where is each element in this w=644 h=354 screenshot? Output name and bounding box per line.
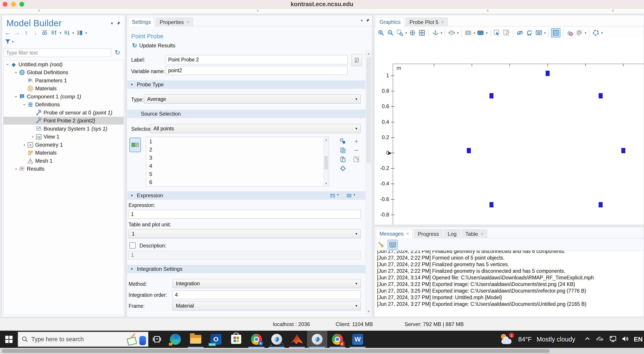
update-results-button[interactable]: ↻ Update Results [132,42,176,49]
taskbar-app-chrome-a[interactable]: A [246,331,266,348]
onedrive-paused-icon[interactable] [596,336,604,343]
data-point-marker[interactable] [490,93,494,98]
chevron-down-icon[interactable]: ▾ [457,31,459,34]
hide-objects-icon[interactable] [516,29,524,37]
scrollbar-thumb[interactable] [2,349,550,353]
frame-dropdown[interactable]: Material▼ [172,301,361,310]
move-down-icon[interactable]: ↓ [32,29,39,36]
messages-log-area[interactable]: [Jun 27, 2024, 2:21 PM] Finalized geomet… [375,250,643,316]
chevron-down-icon[interactable]: ▾ [361,18,362,23]
zoom-box-icon[interactable] [396,29,404,37]
integration-settings-section-header[interactable]: ▼ Integration Settings [127,265,365,273]
chevron-down-icon[interactable]: ▾ [585,31,586,34]
tab-progress[interactable]: Progress [414,230,442,238]
taskbar-app-file-explorer[interactable] [186,331,206,348]
tree-item-parameters-1[interactable]: PiParameters 1 [4,76,124,84]
close-tab-icon[interactable]: × [481,231,484,237]
color-theme-icon[interactable] [575,29,583,37]
pin-icon[interactable] [116,21,121,26]
grid-icon[interactable] [552,29,560,37]
listbox-scrollbar[interactable]: ▲ ▼ [324,137,328,186]
filter-icon[interactable] [4,38,11,45]
taskbar-app-matlab[interactable] [287,331,307,348]
close-tab-icon[interactable]: × [441,19,444,25]
selection-list-item[interactable]: 1 [146,137,324,146]
scroll-down-icon[interactable]: ▼ [324,182,328,185]
tab-log[interactable]: Log [444,230,460,238]
table-plot-unit-dropdown[interactable]: 1▼ [128,229,361,238]
tree-item-global-definitions[interactable]: ›Global Definitions [4,68,124,76]
zoom-in-icon[interactable] [377,29,385,37]
deselect-box-icon[interactable] [502,29,510,37]
description-checkbox[interactable] [130,242,136,248]
tree-item-boundary-system-1[interactable]: Boundary System 1(sys 1) [4,125,124,133]
settings-scrollbar[interactable]: ▲ ▼ [366,50,372,314]
collapse-all-icon[interactable] [64,29,70,36]
data-point-marker[interactable] [490,202,494,208]
paste-selection-icon[interactable] [339,146,347,154]
tree-item-geometry-1[interactable]: ›AGeometry 1 [4,141,124,149]
image-export-icon[interactable] [476,29,484,37]
data-point-marker[interactable] [467,148,471,153]
chevron-down-icon[interactable]: ▾ [486,31,488,34]
remove-from-selection-icon[interactable]: − [352,146,360,154]
show-messages-window-button[interactable] [388,240,398,250]
tab-messages[interactable]: Messages× [376,229,413,238]
tree-item-results[interactable]: ›Results [4,165,124,173]
rotate-scene-icon[interactable] [592,29,600,37]
copy-selection-icon[interactable] [339,138,347,145]
chevron-collapsed-icon[interactable]: › [22,142,27,148]
tab-graphics[interactable]: Graphics [376,17,404,27]
edit-label-button[interactable] [352,54,362,66]
tree-item-materials[interactable]: Materials [4,149,124,157]
tree-item-view-1[interactable]: ›xyView 1 [4,133,124,141]
volume-icon[interactable] [622,335,629,344]
chevron-down-icon[interactable]: ▾ [60,31,61,34]
variable-name-input[interactable] [166,66,348,75]
chevron-down-icon[interactable]: ▾ [601,31,603,34]
scroll-down-icon[interactable]: ▼ [366,310,372,313]
zoom-to-selection-icon[interactable] [339,165,347,172]
zoom-extents-icon[interactable] [408,29,416,37]
selection-list-item[interactable]: 3 [146,154,324,162]
tab-probe-plot-5[interactable]: Probe Plot 5× [406,18,448,27]
chevron-expanded-icon[interactable]: › [13,70,19,75]
clipboard-icon[interactable] [339,156,347,163]
taskbar-app-comsol-link[interactable]: ▲ [266,331,287,348]
chevron-expanded-icon[interactable]: › [5,62,10,67]
remove-plot-icon[interactable] [566,29,574,37]
tree-filter-input[interactable] [4,49,111,57]
tree-item-definitions[interactable]: ›Definitions [4,100,124,108]
tab-table[interactable]: Table× [462,230,487,238]
add-to-selection-icon[interactable]: + [352,138,360,145]
horizontal-scrollbar[interactable] [0,348,644,354]
scroll-up-icon[interactable]: ▲ [366,52,372,55]
data-point-marker[interactable] [546,71,550,76]
selection-listbox[interactable]: ▲ ▼ 123456 [146,137,329,186]
unit-format-icon[interactable] [346,193,353,199]
chevron-expanded-icon[interactable]: › [13,94,19,100]
move-up-icon[interactable]: ↑ [23,29,30,36]
source-selection-section-header[interactable]: Source Selection [127,110,379,118]
chevron-down-icon[interactable]: ▾ [12,40,14,43]
data-point-marker[interactable] [621,148,625,153]
close-icon[interactable]: × [38,8,40,13]
reset-hiding-icon[interactable] [525,29,533,37]
start-button[interactable] [0,331,18,348]
scrollbar-thumb[interactable] [324,156,328,169]
network-icon[interactable] [609,335,617,344]
node-columns-icon[interactable] [76,29,83,36]
tab-properties[interactable]: Properties× [156,18,193,27]
chevron-expanded-icon[interactable]: › [22,102,27,108]
chevron-down-icon[interactable]: ▾ [86,31,87,34]
task-view-button[interactable] [148,331,165,348]
scroll-up-icon[interactable]: ▲ [324,138,328,141]
fit-window-icon[interactable] [418,29,426,37]
tree-item-untitled-mph[interactable]: ›◆Untitled.mph(root) [4,60,124,68]
close-icon[interactable]: × [612,8,614,13]
method-dropdown[interactable]: Integration▼ [172,279,361,288]
close-icon[interactable]: × [487,8,489,13]
chevron-collapsed-icon[interactable]: › [30,134,36,140]
tree-item-materials[interactable]: Materials [4,84,124,92]
active-selection-toggle[interactable] [130,138,141,152]
